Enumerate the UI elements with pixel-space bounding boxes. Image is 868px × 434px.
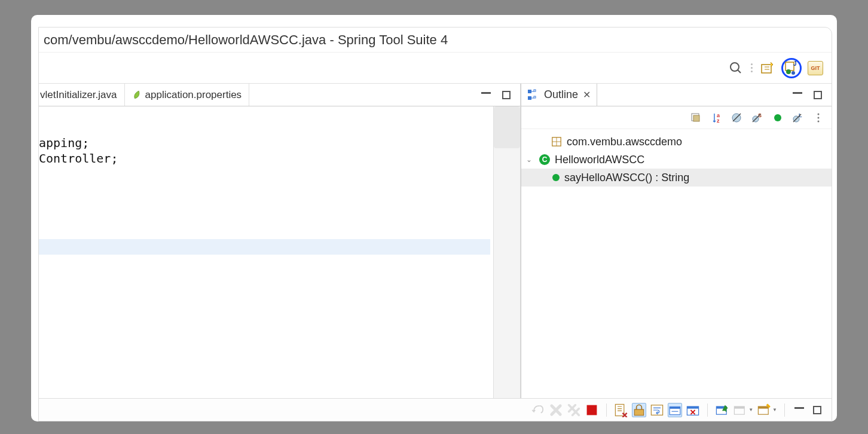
- open-console-icon[interactable]: [757, 403, 771, 417]
- focus-on-active-task-icon[interactable]: [690, 112, 702, 124]
- maximize-view-icon[interactable]: [810, 403, 824, 417]
- svg-rect-2: [762, 65, 771, 73]
- outline-tab[interactable]: Outline ✕: [521, 84, 597, 106]
- minimize-view-icon[interactable]: [478, 87, 494, 103]
- dropdown-arrow-icon[interactable]: ▼: [748, 407, 753, 412]
- class-icon: C: [539, 154, 550, 165]
- outline-package-label: com.vembu.awsccdemo: [567, 136, 682, 148]
- tab-servlet-initializer[interactable]: vletInitializer.java: [39, 84, 125, 106]
- svg-point-6: [791, 71, 795, 75]
- editor-area: vletInitializer.java application.propert…: [39, 84, 521, 421]
- outline-toolbar: az S L: [521, 106, 832, 129]
- dropdown-arrow-icon[interactable]: ▼: [772, 407, 777, 412]
- outline-method-row[interactable]: sayHelloAWSCC() : String: [521, 169, 832, 187]
- hide-non-public-icon[interactable]: [772, 112, 784, 124]
- word-wrap-icon[interactable]: [650, 403, 664, 417]
- package-icon: [551, 136, 562, 147]
- outline-class-label: HelloworldAWSCC: [555, 154, 644, 166]
- svg-rect-7: [528, 90, 531, 93]
- editor-body[interactable]: apping; Controller;: [39, 106, 520, 421]
- terminate-icon[interactable]: [585, 403, 599, 417]
- svg-text:J: J: [793, 61, 797, 67]
- chevron-down-icon[interactable]: ⌄: [526, 155, 534, 164]
- step-back-icon[interactable]: [531, 403, 545, 417]
- svg-point-26: [818, 113, 820, 115]
- svg-point-0: [731, 63, 739, 71]
- search-icon[interactable]: [728, 60, 744, 76]
- outline-method-label: sayHelloAWSCC() : String: [564, 172, 689, 184]
- outline-tree: com.vembu.awsccdemo ⌄ C HelloworldAWSCC …: [521, 129, 832, 421]
- outline-package-row[interactable]: com.vembu.awsccdemo: [521, 133, 832, 151]
- remove-launch-icon[interactable]: [549, 403, 563, 417]
- svg-rect-43: [735, 407, 745, 409]
- pin-console-icon[interactable]: [715, 403, 729, 417]
- tab-application-properties[interactable]: application.properties: [125, 84, 250, 106]
- svg-point-28: [818, 120, 820, 122]
- view-menu-icon[interactable]: [812, 112, 824, 124]
- git-label: GIT: [811, 65, 820, 71]
- top-toolbar: J GIT: [39, 53, 832, 84]
- remove-all-launches-icon[interactable]: [567, 403, 581, 417]
- window-title: com/vembu/awsccdemo/HelloworldAWSCC.java…: [44, 32, 448, 48]
- close-icon[interactable]: ✕: [583, 89, 591, 100]
- svg-rect-3: [786, 62, 794, 71]
- svg-rect-37: [670, 407, 680, 408]
- display-selected-console-icon[interactable]: [733, 403, 747, 417]
- outline-class-row[interactable]: ⌄ C HelloworldAWSCC: [521, 151, 832, 169]
- svg-rect-45: [758, 407, 768, 409]
- maximize-view-icon[interactable]: [499, 87, 514, 103]
- outline-icon: [527, 89, 539, 101]
- show-console-on-stderr-icon[interactable]: [686, 403, 700, 417]
- window-titlebar: com/vembu/awsccdemo/HelloworldAWSCC.java…: [39, 27, 832, 53]
- editor-scrollbar[interactable]: [493, 106, 520, 421]
- outline-view: Outline ✕ az S L: [521, 84, 832, 421]
- svg-text:z: z: [717, 118, 720, 124]
- editor-tabs: vletInitializer.java application.propert…: [39, 84, 520, 106]
- hide-static-icon[interactable]: S: [751, 112, 763, 124]
- open-perspective-icon[interactable]: [760, 60, 775, 76]
- tab-label: application.properties: [145, 89, 242, 101]
- maximize-view-icon[interactable]: [810, 87, 826, 103]
- svg-point-5: [786, 69, 791, 74]
- scroll-lock-icon[interactable]: [632, 403, 646, 417]
- ide-window: com/vembu/awsccdemo/HelloworldAWSCC.java…: [38, 27, 832, 421]
- svg-rect-39: [687, 407, 699, 409]
- tab-label: vletInitializer.java: [40, 89, 117, 101]
- svg-rect-9: [534, 90, 536, 91]
- clear-console-icon[interactable]: [614, 403, 628, 417]
- git-perspective-button[interactable]: GIT: [808, 61, 823, 75]
- bottom-status-toolbar: ▼ ▼: [39, 398, 832, 421]
- svg-rect-10: [534, 96, 536, 98]
- svg-rect-34: [634, 409, 643, 415]
- toolbar-separator: [751, 63, 753, 72]
- hide-fields-icon[interactable]: [731, 112, 743, 124]
- svg-point-22: [774, 114, 781, 121]
- hide-local-types-icon[interactable]: L: [792, 112, 804, 124]
- minimize-view-icon[interactable]: [792, 403, 806, 417]
- svg-point-27: [818, 117, 820, 118]
- svg-rect-14: [693, 115, 699, 121]
- show-console-on-stdout-icon[interactable]: [668, 403, 682, 417]
- spring-leaf-icon: [130, 88, 143, 101]
- java-perspective-button[interactable]: J: [781, 58, 802, 78]
- minimize-view-icon[interactable]: [790, 87, 805, 103]
- svg-rect-8: [528, 96, 531, 100]
- sort-icon[interactable]: az: [711, 112, 723, 124]
- editor-current-line-highlight: [39, 239, 490, 255]
- public-method-icon: [552, 174, 560, 181]
- svg-line-1: [738, 70, 741, 73]
- editor-text-content: apping; Controller;: [39, 135, 118, 166]
- outline-title: Outline: [544, 88, 578, 101]
- svg-rect-32: [587, 405, 597, 415]
